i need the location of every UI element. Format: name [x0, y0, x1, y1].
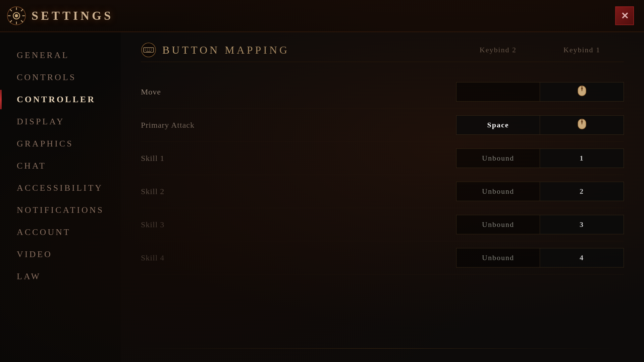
keybind-slots-0 [456, 82, 624, 102]
sidebar-item-law[interactable]: LAW [13, 267, 121, 286]
key-number-label-4: 3 [580, 220, 584, 229]
keybind2-slot-1[interactable]: Space [456, 115, 540, 135]
keybind-slots-3: Unbound2 [456, 182, 624, 201]
keybind1-slot-0[interactable] [540, 82, 624, 102]
keybind1-slot-4[interactable]: 3 [540, 215, 624, 234]
keybind2-slot-4[interactable]: Unbound [456, 215, 540, 234]
sidebar-item-controller[interactable]: CONTROLLER [13, 90, 121, 109]
keybind2-slot-2[interactable]: Unbound [456, 148, 540, 168]
svg-point-10 [15, 14, 18, 17]
keybind2-slot-5[interactable]: Unbound [456, 248, 540, 267]
keybind-slots-5: Unbound4 [456, 248, 624, 267]
sidebar-item-account[interactable]: ACCOUNT [13, 223, 121, 242]
sidebar-item-graphics[interactable]: GRAPHICS [13, 134, 121, 154]
sidebar-item-accessibility[interactable]: ACCESSIBILITY [13, 178, 121, 198]
key-number-label-2: 1 [580, 154, 584, 163]
bottom-deco-line [134, 348, 627, 349]
keybind2-slot-3[interactable]: Unbound [456, 182, 540, 201]
key-space-label-1: Space [487, 121, 509, 129]
svg-point-24 [581, 87, 583, 89]
keybind1-slot-1[interactable] [540, 115, 624, 135]
mouse-icon-0 [577, 85, 587, 99]
keybind1-slot-2[interactable]: 1 [540, 148, 624, 168]
gear-icon [7, 6, 26, 25]
keybind-slots-4: Unbound3 [456, 215, 624, 234]
keybind2-slot-0[interactable] [456, 82, 540, 102]
sidebar-item-display[interactable]: DISPLAY [13, 112, 121, 131]
settings-container: SETTINGS ✕ GENERAL CONTROLS CONTROLLER D… [0, 0, 644, 362]
sidebar-item-video[interactable]: VIDEO [13, 245, 121, 264]
keybind1-slot-5[interactable]: 4 [540, 248, 624, 267]
svg-point-27 [581, 121, 583, 123]
sidebar-item-controls[interactable]: CONTROLS [13, 68, 121, 87]
keybind-slots-2: Unbound1 [456, 148, 624, 168]
keybind1-slot-3[interactable]: 2 [540, 182, 624, 201]
key-number-label-5: 4 [580, 253, 584, 262]
sidebar-item-chat[interactable]: CHAT [13, 156, 121, 176]
key-number-label-3: 2 [580, 187, 584, 196]
keybind-slots-1: Space [456, 115, 624, 135]
mouse-icon-1 [577, 118, 587, 132]
sidebar-item-notifications[interactable]: NOTIFICATIONS [13, 200, 121, 220]
sidebar-item-general[interactable]: GENERAL [13, 46, 121, 65]
